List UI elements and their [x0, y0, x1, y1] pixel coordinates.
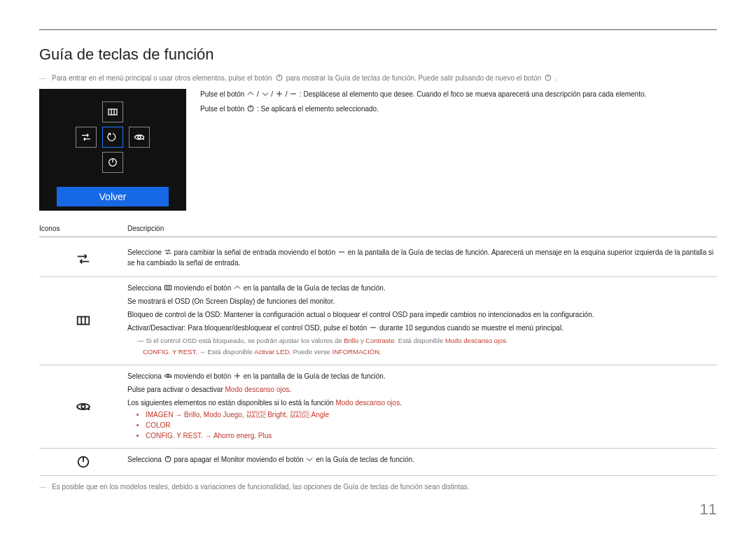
foot-note: Es posible que en los modelos reales, de… [39, 483, 717, 491]
osd-source-button [76, 127, 97, 148]
text: Si el control OSD está bloqueado, se pod… [146, 337, 342, 344]
osd-power-button [102, 152, 123, 173]
text: moviendo el botón [174, 284, 231, 292]
text: Los siguientes elementos no están dispon… [127, 399, 335, 407]
minus-icon [369, 323, 377, 332]
up-icon [246, 90, 255, 98]
menu-icon [76, 313, 91, 328]
minus-icon [337, 248, 346, 256]
osd-eye-button [129, 127, 150, 148]
up-icon [233, 283, 241, 292]
top-rule [39, 29, 717, 30]
side-text: : Desplácese al elemento que desee. Cuan… [300, 90, 646, 98]
text: . Puede verse [289, 348, 332, 356]
source-icon [164, 248, 172, 256]
text-modo: Modo descanso ojos [445, 337, 506, 344]
down-icon [261, 90, 270, 98]
eye-icon [164, 372, 172, 380]
return-icon [107, 132, 118, 143]
source-icon [80, 132, 92, 143]
page-title: Guía de teclas de función [39, 45, 717, 64]
side-text: Pulse el botón [200, 105, 244, 113]
osd-preview: Volver [39, 89, 186, 211]
text: Seleccione [127, 248, 162, 256]
text: moviendo el botón [174, 372, 231, 380]
bullet-list: IMAGEN → Brillo, Modo Juego, SAMSUNGMAGI… [127, 411, 717, 440]
eye-icon [134, 132, 145, 143]
intro-note: Para entrar en el menú principal o usar … [39, 73, 717, 82]
intro-text-a: Para entrar en el menú principal o usar … [52, 74, 272, 82]
list-item: COLOR [146, 421, 717, 429]
menu-icon [107, 106, 118, 118]
power-icon [246, 104, 255, 113]
osd-menu-button [102, 101, 123, 122]
minus-icon [289, 90, 298, 98]
text: en la pantalla de la Guía de teclas de f… [244, 284, 386, 292]
side-instructions: Pulse el botón / / / : Desplácese al ele… [200, 89, 646, 118]
text: y [358, 337, 365, 344]
power-icon [107, 157, 118, 168]
menu-icon [164, 283, 172, 292]
text: . Está disponible [395, 337, 445, 344]
text: Activar/Desactivar: Para bloquear/desblo… [127, 324, 367, 332]
text: → Está disponible [197, 348, 254, 356]
osd-return-label: Volver [57, 187, 169, 206]
table-row: Seleccione para cambiar la señal de entr… [39, 241, 717, 277]
side-text: Pulse el botón [200, 90, 244, 98]
table-header: Iconos Descripción [39, 225, 717, 237]
power-icon [544, 73, 552, 82]
text: Selecciona [127, 284, 162, 292]
page: Guía de teclas de función Para entrar en… [0, 0, 756, 534]
source-icon [76, 251, 91, 267]
text: CONFIG. Y REST. [143, 348, 197, 356]
power-icon [275, 73, 284, 82]
text: en la pantalla de la Guía de teclas de f… [244, 372, 386, 380]
text: Pulse para activar o desactivar [127, 386, 225, 393]
osd-return-button [102, 127, 123, 148]
text: . [506, 337, 508, 344]
text: Modo descanso ojos [335, 399, 400, 407]
table-row: Selecciona moviendo el botón en la panta… [39, 277, 717, 365]
plus-icon [275, 90, 284, 98]
table-row: Selecciona para apagar el Monitor movien… [39, 449, 717, 476]
text: Activar LED [254, 348, 289, 356]
text: para apagar el Monitor moviendo el botón [174, 456, 303, 463]
list-item: CONFIG. Y REST. → Ahorro energ. Plus [146, 432, 717, 440]
side-text: : Se aplicará el elemento seleccionado. [257, 105, 379, 113]
power-icon [164, 455, 172, 463]
text: Selecciona [127, 372, 162, 380]
header-iconos: Iconos [39, 225, 127, 232]
icon-table: Iconos Descripción Seleccione para cambi… [39, 225, 717, 476]
text: para cambiar la señal de entrada moviend… [174, 248, 335, 256]
text: Se mostrará el OSD (On Screen Display) d… [127, 296, 717, 307]
table-row: Selecciona moviendo el botón en la panta… [39, 365, 717, 449]
text: Modo descanso ojos [225, 386, 290, 393]
header-descripcion: Descripción [127, 225, 717, 232]
text: Selecciona [127, 456, 162, 463]
text: Bloqueo de control de la OSD: Mantener l… [127, 309, 717, 320]
text: INFORMACIÓN [332, 348, 380, 356]
text-contraste: Contraste [365, 337, 394, 344]
plus-icon [233, 372, 241, 380]
intro-text-b: para mostrar la Guía de teclas de funció… [286, 74, 542, 82]
text: en la Guía de teclas de función. [316, 456, 414, 463]
top-row: Volver Pulse el botón / / / : Desplácese… [39, 89, 717, 211]
text-brillo: Brillo [344, 337, 358, 344]
list-item: IMAGEN → Brillo, Modo Juego, SAMSUNGMAGI… [146, 411, 717, 419]
power-icon [76, 454, 91, 470]
page-number: 11 [700, 500, 717, 519]
down-icon [305, 455, 314, 463]
eye-icon [76, 399, 91, 414]
text: durante 10 segundos cuando se muestre el… [379, 324, 564, 332]
